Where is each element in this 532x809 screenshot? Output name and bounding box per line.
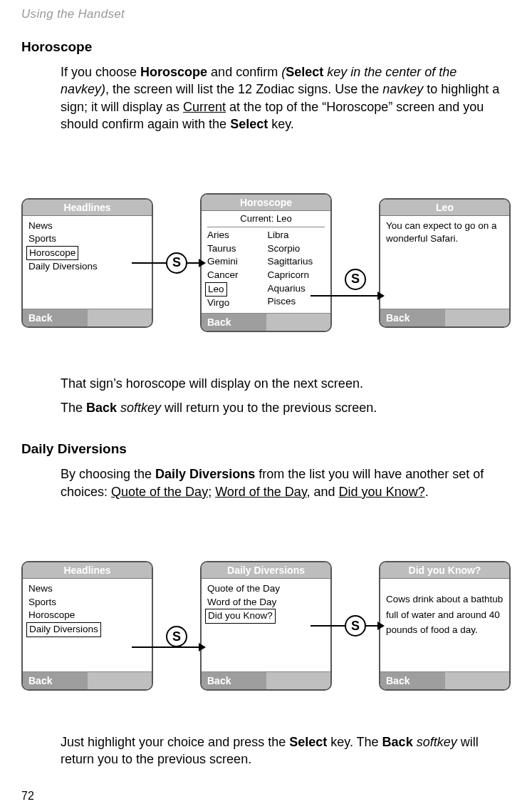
list-item[interactable]: Horoscope	[28, 246, 146, 261]
text-run: By choosing the	[61, 467, 155, 481]
list-item[interactable]: Leo	[207, 282, 265, 297]
section-title-horoscope: Horoscope	[21, 39, 511, 55]
phone-title: Leo	[380, 200, 509, 216]
text-run: key. The	[327, 735, 382, 749]
flow-row-horoscope: Headlines News Sports Horoscope Daily Di…	[21, 193, 511, 332]
phone-title: Headlines	[23, 562, 152, 579]
running-head: Using the Handset	[21, 7, 511, 21]
text-run: If you choose	[61, 65, 140, 79]
underline-run: Quote of the Day;	[111, 485, 212, 499]
list-item[interactable]: Capricorn	[268, 269, 325, 282]
phone-screen-leo: Leo You can expect to go on a wonderful …	[379, 198, 511, 328]
connector: S	[332, 236, 379, 290]
select-key-icon[interactable]: S	[345, 269, 366, 290]
softkey-back[interactable]: Back	[23, 672, 88, 689]
softkey-back[interactable]: Back	[202, 314, 266, 331]
softkey-right[interactable]	[445, 309, 510, 326]
text-run: , the screen will list the 12 Zodiac sig…	[105, 82, 382, 96]
connector: S	[153, 252, 200, 274]
text-run: key.	[268, 117, 294, 131]
list-item[interactable]: Sagittarius	[268, 255, 325, 269]
phone-footer: Back	[202, 313, 330, 331]
phone-title: Horoscope	[202, 195, 330, 211]
softkey-back[interactable]: Back	[380, 672, 445, 689]
list-item[interactable]: Sports	[28, 232, 146, 246]
list-item[interactable]: Pisces	[268, 295, 325, 309]
content-text: Cows drink about a bathtub full of water…	[386, 592, 504, 638]
bold-run: Select	[286, 65, 323, 79]
horoscope-paragraph-3: The Back softkey will return you to the …	[61, 399, 507, 416]
bold-run: Daily Diversions	[155, 467, 255, 481]
arrow-icon	[132, 646, 204, 648]
section-title-daily-diversions: Daily Diversions	[21, 441, 511, 457]
zodiac-columns: Aries Taurus Gemini Cancer Leo Virgo Lib…	[207, 229, 325, 310]
phone-screen-did-you-know: Did you Know? Cows drink about a bathtub…	[379, 561, 511, 691]
dd-paragraph-1: By choosing the Daily Diversions from th…	[61, 465, 507, 500]
softkey-back[interactable]: Back	[202, 672, 266, 689]
bold-run: Select	[230, 117, 268, 131]
phone-footer: Back	[23, 309, 152, 326]
phone-body: Current: Leo Aries Taurus Gemini Cancer …	[202, 211, 330, 313]
list-item[interactable]: Aries	[207, 229, 265, 242]
phone-title: Did you Know?	[380, 562, 509, 579]
list-item[interactable]: Virgo	[207, 297, 265, 310]
phone-footer: Back	[380, 671, 509, 689]
phone-footer: Back	[380, 309, 509, 326]
list-item[interactable]: Did you Know?	[207, 609, 325, 624]
text-run: .	[425, 485, 429, 499]
dd-paragraph-2: Just highlight your choice and press the…	[61, 733, 507, 768]
highlighted-item: Horoscope	[26, 246, 78, 261]
list-item[interactable]: Sports	[28, 596, 146, 609]
select-key-icon[interactable]: S	[166, 626, 187, 647]
softkey-right[interactable]	[88, 672, 152, 689]
phone-title: Headlines	[23, 200, 152, 216]
zodiac-col-right: Libra Scorpio Sagittarius Capricorn Aqua…	[268, 229, 325, 310]
horoscope-paragraph-2: That sign’s horoscope will display on th…	[61, 375, 507, 392]
italic-run: navkey	[382, 82, 423, 96]
select-key-icon[interactable]: S	[345, 615, 366, 637]
phone-footer: Back	[23, 671, 152, 689]
underline-run: Current	[183, 100, 226, 114]
softkey-back[interactable]: Back	[380, 309, 445, 326]
arrow-icon	[311, 295, 383, 297]
list-item[interactable]: Horoscope	[28, 609, 146, 622]
softkey-right[interactable]	[266, 672, 331, 689]
list-item[interactable]: Aquarius	[268, 282, 325, 296]
phone-body: Cows drink about a bathtub full of water…	[380, 579, 509, 671]
list-item[interactable]: Daily Diversions	[28, 622, 146, 637]
list-item[interactable]: Scorpio	[268, 242, 325, 256]
page-number: 72	[21, 790, 511, 803]
text-run: The	[61, 401, 86, 415]
current-sign-row: Current: Leo	[207, 212, 325, 227]
zodiac-col-left: Aries Taurus Gemini Cancer Leo Virgo	[207, 229, 265, 310]
italic-run: softkey	[117, 401, 161, 415]
italic-run: softkey	[413, 735, 457, 749]
softkey-back[interactable]: Back	[23, 309, 88, 326]
bold-run: Horoscope	[140, 65, 207, 79]
softkey-right[interactable]	[266, 314, 331, 331]
bold-run: Back	[382, 735, 413, 749]
phone-screen-horoscope: Horoscope Current: Leo Aries Taurus Gemi…	[200, 193, 332, 332]
highlighted-item: Leo	[205, 282, 227, 297]
highlighted-item: Daily Diversions	[26, 622, 101, 637]
underline-run: Word of the Day	[215, 485, 306, 499]
select-key-icon[interactable]: S	[166, 252, 187, 274]
list-item[interactable]: News	[28, 582, 146, 596]
highlighted-item: Did you Know?	[205, 609, 276, 624]
list-item[interactable]: Gemini	[207, 255, 265, 269]
softkey-right[interactable]	[88, 309, 152, 326]
text-run: , and	[307, 485, 339, 499]
softkey-right[interactable]	[445, 672, 510, 689]
list-item[interactable]: Quote of the Day	[207, 582, 325, 596]
connector: S	[332, 615, 379, 637]
list-item[interactable]: Daily Diversions	[28, 260, 146, 274]
list-item[interactable]: Cancer	[207, 269, 265, 282]
phone-footer: Back	[202, 671, 330, 689]
list-item[interactable]: Word of the Day	[207, 596, 325, 609]
list-item[interactable]: Taurus	[207, 242, 265, 256]
phone-screen-headlines-2: Headlines News Sports Horoscope Daily Di…	[21, 561, 153, 691]
list-item[interactable]: Libra	[268, 229, 325, 242]
underline-run: Did you Know?	[339, 485, 425, 499]
text-run: Just highlight your choice and press the	[61, 735, 289, 749]
list-item[interactable]: News	[28, 220, 146, 233]
